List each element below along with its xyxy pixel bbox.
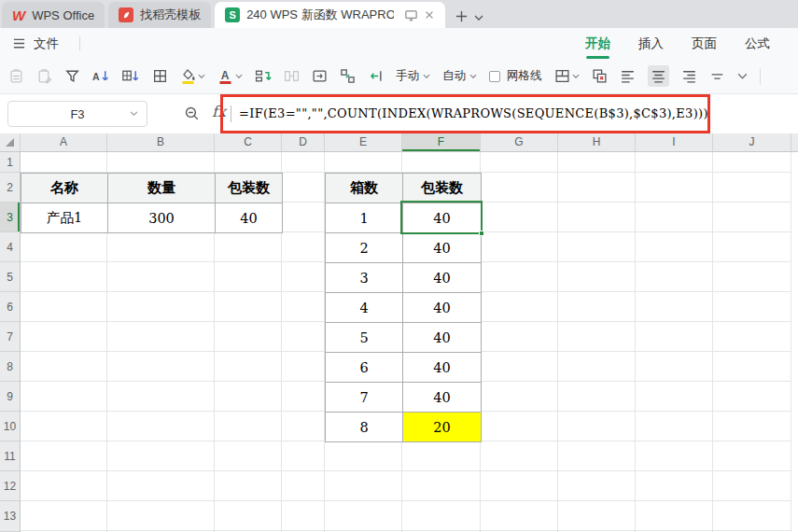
split-columns-button[interactable] [340, 68, 356, 84]
auto-calc-dropdown[interactable]: 自动 [442, 68, 477, 84]
cell-F7[interactable]: 40 [403, 323, 482, 353]
sheet-grid[interactable]: A B C D E F G H I J 1 2 3 4 5 6 7 8 9 10… [0, 133, 798, 532]
vertical-align-button[interactable] [709, 68, 725, 84]
monitor-icon[interactable] [404, 8, 418, 22]
row-header-12[interactable]: 12 [0, 471, 20, 501]
hamburger-icon[interactable] [12, 37, 26, 49]
cell-F6[interactable]: 40 [403, 293, 482, 323]
row-header-8[interactable]: 8 [0, 352, 20, 382]
column-header-f[interactable]: F [402, 133, 481, 151]
cell-F4[interactable]: 40 [403, 233, 482, 263]
formula-bar: F3 fx =IF(E3="","",COUNT(INDEX(WRAPROWS(… [0, 94, 798, 133]
close-icon[interactable] [424, 9, 435, 21]
column-header-h[interactable]: H [558, 133, 636, 151]
chevron-down-icon [469, 74, 477, 79]
chevron-down-icon [198, 74, 205, 79]
fill-handle[interactable] [479, 231, 484, 236]
convert-back-button[interactable] [368, 68, 384, 84]
column-header-b[interactable]: B [107, 133, 215, 151]
wrap-rows-button[interactable] [312, 68, 328, 84]
column-header-c[interactable]: C [215, 133, 282, 151]
cell-B2[interactable]: 数量 [108, 174, 216, 203]
select-all-corner[interactable] [0, 133, 21, 151]
column-headers: A B C D E F G H I J [0, 133, 798, 152]
tab-label: WPS Office [32, 8, 94, 22]
row-header-5[interactable]: 5 [0, 262, 20, 292]
borders-button[interactable] [152, 68, 168, 84]
cell-A2[interactable]: 名称 [21, 174, 108, 203]
more-options-chevron-icon[interactable] [737, 73, 748, 80]
column-header-j[interactable]: J [713, 133, 791, 151]
merge-cells-button[interactable] [554, 68, 580, 84]
font-color-button[interactable]: A [217, 68, 243, 85]
row-header-7[interactable]: 7 [0, 322, 20, 352]
merge-transpose-button[interactable] [284, 68, 300, 84]
spreadsheet-file-icon: S [225, 7, 240, 22]
zoom-out-icon[interactable] [184, 105, 200, 121]
tab-label: 240 WPS 新函数 WRAPROW [246, 7, 394, 23]
sort-descending-button[interactable] [122, 68, 140, 84]
align-center-button[interactable] [648, 65, 669, 87]
tab-page[interactable]: 页面 [692, 35, 717, 52]
filter-button[interactable] [64, 68, 80, 84]
name-box[interactable]: F3 [7, 101, 147, 127]
cell-E5[interactable]: 3 [326, 263, 403, 293]
sort-ascending-button[interactable]: A [92, 68, 110, 84]
cell-E10[interactable]: 8 [326, 413, 403, 442]
cell-F2[interactable]: 包装数 [403, 174, 482, 203]
column-header-e[interactable]: E [325, 133, 402, 151]
cell-C2[interactable]: 包装数 [216, 174, 283, 203]
cell-B3[interactable]: 300 [108, 203, 216, 233]
tab-formulas[interactable]: 公式 [745, 35, 770, 52]
row-header-1[interactable]: 1 [0, 152, 20, 173]
cell-A3[interactable]: 产品1 [21, 203, 108, 233]
cell-F8[interactable]: 40 [403, 353, 482, 383]
svg-text:A: A [221, 69, 230, 82]
rows-to-columns-button[interactable] [255, 68, 272, 84]
delete-cells-button[interactable] [592, 68, 608, 84]
row-header-10[interactable]: 10 [0, 412, 20, 441]
gridlines-checkbox[interactable]: 网格线 [489, 68, 542, 84]
cell-F10-highlighted[interactable]: 20 [403, 413, 482, 442]
tab-insert[interactable]: 插入 [638, 35, 664, 52]
row-header-3[interactable]: 3 [0, 203, 20, 232]
cell-C3[interactable]: 40 [216, 203, 283, 233]
cell-E3[interactable]: 1 [326, 203, 403, 233]
cell-E7[interactable]: 5 [326, 323, 403, 353]
column-header-a[interactable]: A [21, 133, 107, 151]
chevron-down-icon [572, 74, 580, 79]
cell-E2[interactable]: 箱数 [326, 174, 403, 203]
tab-home[interactable]: 开始 [585, 35, 610, 52]
cell-E8[interactable]: 6 [326, 353, 403, 383]
tab-spreadsheet-document[interactable]: S 240 WPS 新函数 WRAPROW [215, 2, 445, 28]
column-header-g[interactable]: G [481, 133, 558, 151]
file-menu[interactable]: 文件 [34, 35, 59, 52]
manual-calc-dropdown[interactable]: 手动 [396, 68, 430, 84]
tab-list-chevron-icon[interactable] [474, 15, 483, 21]
cell-E6[interactable]: 4 [326, 293, 403, 323]
cell-F9[interactable]: 40 [403, 383, 482, 413]
fill-color-button[interactable] [180, 68, 205, 85]
paste-format-button[interactable] [36, 68, 52, 84]
row-header-2[interactable]: 2 [0, 173, 20, 203]
cell-E4[interactable]: 2 [326, 233, 403, 263]
align-left-button[interactable] [620, 68, 636, 84]
row-header-6[interactable]: 6 [0, 292, 20, 322]
auto-calc-label: 自动 [442, 68, 466, 84]
row-header-13[interactable]: 13 [0, 501, 20, 532]
tab-wps-office[interactable]: W WPS Office [2, 2, 105, 28]
tab-docer-templates[interactable]: 找稻壳模板 [108, 2, 211, 28]
row-header-4[interactable]: 4 [0, 232, 20, 262]
column-header-d[interactable]: D [282, 133, 325, 151]
column-header-i[interactable]: I [636, 133, 713, 151]
row-header-11[interactable]: 11 [0, 441, 20, 471]
row-header-9[interactable]: 9 [0, 382, 20, 412]
new-tab-icon[interactable] [455, 9, 469, 23]
gridlines-label: 网格线 [507, 68, 542, 84]
cell-F5[interactable]: 40 [403, 263, 482, 293]
cell-E9[interactable]: 7 [326, 383, 403, 413]
align-right-button[interactable] [681, 68, 697, 84]
paste-value-button[interactable] [8, 68, 24, 84]
formula-annotation-box [220, 94, 710, 133]
svg-text:A: A [92, 71, 100, 82]
